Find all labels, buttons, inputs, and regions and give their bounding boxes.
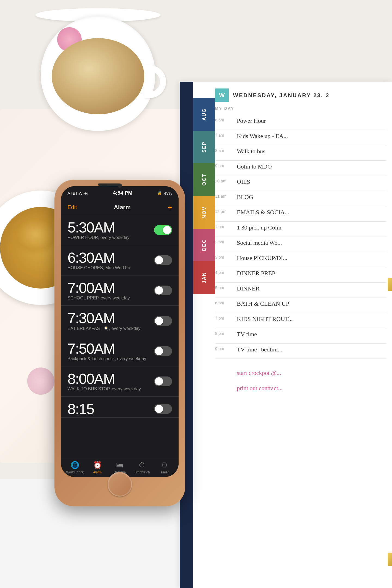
alarm-item-800: 8:00AM WALK TO BUS STOP, every weekday <box>61 366 179 397</box>
schedule-row-8pm: 8 pm TV time <box>215 328 387 344</box>
stopwatch-label: Stopwatch <box>134 470 150 474</box>
note-row-2: print out contract... <box>215 382 387 397</box>
task-8am: Walk to bus <box>237 148 387 155</box>
task-1pm: 1 30 pick up Colin <box>237 224 387 232</box>
schedule-row-10am: 10 am OILS <box>215 176 387 191</box>
decorative-rose-4 <box>27 367 54 395</box>
month-tabs: AUG SEP OCT NOV DEC JAN <box>193 98 215 294</box>
alarm-toggle-700[interactable] <box>154 286 172 295</box>
schedule-list: 6 am Power Hour 7 am Kids Wake up - EA..… <box>215 115 387 397</box>
alarm-item-630: 6:30AM HOUSE CHORES, Mon Wed Fri <box>61 245 179 275</box>
alarm-time-block-630: 6:30AM HOUSE CHORES, Mon Wed Fri <box>68 250 154 270</box>
alarm-toggle-800[interactable] <box>154 376 172 386</box>
schedule-row-6am: 6 am Power Hour <box>215 115 387 130</box>
edit-button[interactable]: Edit <box>68 204 77 210</box>
tab-alarm[interactable]: ⏰ Alarm <box>87 461 108 474</box>
alarm-item-730: 7:30AM EAT BREAKFAST 🍳, every weekday <box>61 306 179 336</box>
alarm-label-630: HOUSE CHORES, Mon Wed Fri <box>68 265 154 270</box>
tab-stopwatch[interactable]: ⏱ Stopwatch <box>131 461 153 474</box>
task-4pm: DINNER PREP <box>237 270 387 277</box>
alarm-time-815: 8:15 <box>68 402 154 416</box>
alarm-toggle-730[interactable] <box>154 316 172 326</box>
tab-aug[interactable]: AUG <box>193 98 215 131</box>
alarm-label-730: EAT BREAKFAST 🍳, every weekday <box>68 326 154 331</box>
alarm-title: Alarm <box>114 204 131 211</box>
alarm-icon: ⏰ <box>93 461 102 469</box>
time-4pm: 4 pm <box>215 270 237 275</box>
schedule-row-9pm: 9 pm TV time | bedtim... <box>215 344 387 359</box>
tab-worldclock[interactable]: 🌐 World Clock <box>64 461 86 474</box>
note-task-1: start crockpot @... <box>237 369 387 377</box>
time-6am: 6 am <box>215 117 237 122</box>
alarm-label-800: WALK TO BUS STOP, every weekday <box>68 387 154 391</box>
mug-handle <box>144 65 166 98</box>
note-row-1: start crockpot @... <box>215 367 387 382</box>
alarm-time-block-750: 7:50AM Backpack & lunch check, every wee… <box>68 341 154 361</box>
time-9pm: 9 pm <box>215 346 237 351</box>
alarm-toggle-815[interactable] <box>154 404 172 414</box>
time-10am: 10 am <box>215 178 237 183</box>
schedule-row-3pm: 3 pm House PICKUP/DI... <box>215 252 387 267</box>
schedule-row-4pm: 4 pm DINNER PREP <box>215 267 387 283</box>
alarm-item-815: 8:15 <box>61 397 179 418</box>
status-bar: AT&T Wi-Fi 4:54 PM 🔒 43% <box>61 186 179 200</box>
planner: AUG SEP OCT NOV DEC JAN W <box>180 82 392 588</box>
tab-timer[interactable]: ⏲ Timer <box>154 461 176 474</box>
scene: AUG SEP OCT NOV DEC JAN W <box>0 0 392 588</box>
add-alarm-button[interactable]: + <box>168 203 172 212</box>
day-badge: W <box>215 88 229 102</box>
alarm-time-730: 7:30AM <box>68 311 154 325</box>
tab-dec[interactable]: DEC <box>193 229 215 261</box>
lock-icon: 🔒 <box>157 191 162 195</box>
status-time: 4:54 PM <box>113 190 133 196</box>
schedule-row-7am: 7 am Kids Wake up - EA... <box>215 130 387 145</box>
alarm-label: Alarm <box>93 470 102 474</box>
alarm-time-530: 5:30AM <box>68 220 154 235</box>
task-7pm: KIDS NIGHT ROUT... <box>237 315 387 323</box>
schedule-row-11am: 11 am BLOG <box>215 191 387 206</box>
task-3pm: House PICKUP/DI... <box>237 254 387 262</box>
coffee-mug <box>27 0 169 131</box>
alarm-time-700: 7:00AM <box>68 280 154 295</box>
worldclock-label: World Clock <box>66 470 84 474</box>
time-2pm: 2 pm <box>215 239 237 244</box>
alarm-toggle-750[interactable] <box>154 346 172 356</box>
alarm-label-530: POWER HOUR, every weekday <box>68 235 154 240</box>
task-8pm: TV time <box>237 330 387 338</box>
schedule-row-1pm: 1 pm 1 30 pick up Colin <box>215 222 387 237</box>
tab-sep[interactable]: SEP <box>193 131 215 163</box>
phone-case: AT&T Wi-Fi 4:54 PM 🔒 43% Edit Alarm + <box>54 180 185 506</box>
alarm-time-block-815: 8:15 <box>68 402 154 416</box>
schedule-row-9am: 9 am Colin to MDO <box>215 161 387 176</box>
time-8pm: 8 pm <box>215 330 237 336</box>
time-7pm: 7 pm <box>215 315 237 320</box>
tab-jan[interactable]: JAN <box>193 261 215 294</box>
task-6pm: BATH & CLEAN UP <box>237 300 387 308</box>
tab-oct[interactable]: OCT <box>193 163 215 196</box>
time-3pm: 3 pm <box>215 254 237 259</box>
tab-nov[interactable]: NOV <box>193 196 215 229</box>
time-8am: 8 am <box>215 148 237 153</box>
note-time-2 <box>215 384 237 385</box>
battery-status: 🔒 43% <box>157 191 172 195</box>
time-11am: 11 am <box>215 193 237 198</box>
task-12pm: EMAILS & SOCIA... <box>237 209 387 216</box>
task-7am: Kids Wake up - EA... <box>237 132 387 140</box>
section-title: MY DAY <box>215 106 387 111</box>
timer-label: Timer <box>161 470 169 474</box>
alarm-list: 5:30AM POWER HOUR, every weekday 6:30AM … <box>61 215 179 458</box>
mug-coffee <box>52 38 144 114</box>
time-7am: 7 am <box>215 132 237 137</box>
schedule-row-8am: 8 am Walk to bus <box>215 145 387 161</box>
alarm-toggle-530[interactable] <box>154 225 172 235</box>
globe-icon: 🌐 <box>71 461 79 469</box>
phone-camera <box>118 183 122 188</box>
time-6pm: 6 pm <box>215 300 237 305</box>
alarm-item-700: 7:00AM SCHOOL PREP, every weekday <box>61 275 179 306</box>
phone: AT&T Wi-Fi 4:54 PM 🔒 43% Edit Alarm + <box>54 180 185 506</box>
home-button[interactable] <box>108 472 132 497</box>
alarm-toggle-630[interactable] <box>154 255 172 265</box>
planner-header: W WEDNESDAY, JANUARY 23, 2 <box>215 87 392 103</box>
bed-icon: 🛏 <box>116 461 123 469</box>
alarm-time-block-800: 8:00AM WALK TO BUS STOP, every weekday <box>68 371 154 391</box>
